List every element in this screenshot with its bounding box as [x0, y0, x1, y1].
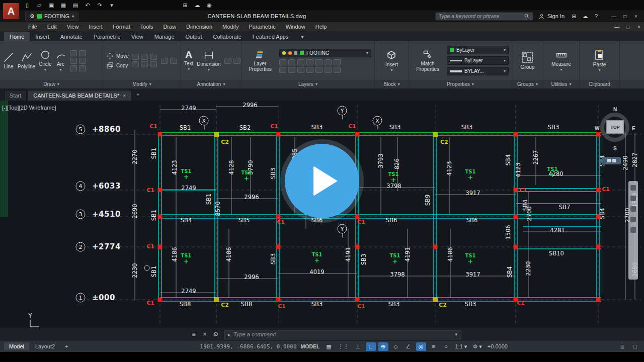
ribbon-mini-tool-icon[interactable]: [70, 50, 77, 56]
menu-help[interactable]: Help: [310, 23, 332, 31]
viewport-controls-label[interactable]: [-][Top][2D Wireframe]: [2, 105, 56, 111]
close-button[interactable]: ×: [634, 23, 644, 30]
file-tab[interactable]: Start: [4, 90, 27, 101]
viewcube-ucs-menu[interactable]: [602, 157, 621, 164]
status-workspace-switching-icon[interactable]: ⚙ ▾: [471, 342, 483, 351]
ribbon-mini-tool-icon[interactable]: [170, 58, 177, 64]
ribbon-tab-parametric[interactable]: Parametric: [88, 32, 126, 41]
ribbon-tab-insert[interactable]: Insert: [30, 32, 55, 41]
command-customization-icon[interactable]: ≡: [190, 331, 197, 338]
search-input[interactable]: [439, 13, 521, 19]
qat-undo-icon[interactable]: ↶: [84, 2, 92, 9]
viewcube[interactable]: TOP N S W E: [597, 107, 634, 153]
command-input-field[interactable]: [233, 331, 452, 337]
model-space-label[interactable]: MODEL: [301, 343, 320, 349]
panel-footer-utilities[interactable]: Utilities ▾: [543, 80, 579, 88]
layout-tab-layout2[interactable]: Layout2: [30, 342, 60, 350]
viewcube-north[interactable]: N: [613, 107, 617, 112]
ribbon-tab-featured-apps[interactable]: Featured Apps: [247, 32, 294, 41]
ribbon-mini-tool-icon[interactable]: [70, 65, 77, 71]
status-annotation-scale-icon[interactable]: 1:1 ▾: [454, 342, 469, 351]
status-object-snap-icon[interactable]: ◎: [416, 342, 426, 351]
panel-footer-layers[interactable]: Layers ▾: [242, 80, 374, 88]
linetype-dropdown[interactable]: ByLayer ▾: [447, 56, 509, 65]
insert-tool[interactable]: Insert ▾: [385, 49, 398, 72]
zoom-icon[interactable]: [630, 206, 636, 212]
status-customization-icon[interactable]: ≣: [617, 342, 627, 351]
ribbon-mini-tool-icon[interactable]: [288, 67, 295, 73]
status-lineweight-icon[interactable]: ≡: [429, 342, 439, 351]
sign-in-button[interactable]: Sign In: [538, 13, 565, 20]
ribbon-tab-annotate[interactable]: Annotate: [55, 32, 88, 41]
minimize-button[interactable]: —: [612, 23, 622, 30]
menu-file[interactable]: File: [23, 23, 42, 31]
ribbon-mini-tool-icon[interactable]: [297, 59, 304, 65]
ribbon-mini-tool-icon[interactable]: [306, 59, 313, 65]
arc-tool[interactable]: Arc ▾: [55, 49, 66, 72]
ribbon-tab-collaborate[interactable]: Collaborate: [208, 32, 247, 41]
ribbon-mini-tool-icon[interactable]: [79, 65, 86, 71]
layer-dropdown[interactable]: FOOTING ▾: [279, 49, 371, 57]
command-input[interactable]: ▸ ▾: [224, 330, 461, 339]
panel-footer-annotation[interactable]: Annotation ▾: [181, 80, 241, 88]
menu-draw[interactable]: Draw: [158, 23, 181, 31]
qat-save-icon[interactable]: ▣: [47, 2, 55, 9]
status-dynamic-input-icon[interactable]: +0.0000: [486, 342, 509, 351]
layout-tab-model[interactable]: Model: [4, 342, 29, 350]
maximize-button[interactable]: □: [623, 23, 633, 30]
ribbon-mini-tool-icon[interactable]: [334, 59, 341, 65]
status-snap-icon[interactable]: ⋮⋮: [337, 342, 351, 351]
menu-insert[interactable]: Insert: [84, 23, 108, 31]
orbit-icon[interactable]: [630, 217, 636, 222]
ribbon-mini-tool-icon[interactable]: [79, 58, 86, 64]
caret-down-icon[interactable]: ▾: [208, 68, 210, 72]
pan-icon[interactable]: [630, 196, 636, 201]
move-tool[interactable]: Move: [106, 52, 128, 60]
group-tool[interactable]: Group: [521, 51, 535, 70]
status-transparency-icon[interactable]: ○: [441, 342, 451, 351]
ribbon-tab-home[interactable]: Home: [4, 32, 30, 41]
panel-footer-modify[interactable]: Modify ▾: [103, 80, 181, 88]
qat-open-icon[interactable]: ▱: [35, 2, 43, 9]
menu-dimension[interactable]: Dimension: [181, 23, 217, 31]
ribbon-mini-tool-icon[interactable]: [325, 59, 332, 65]
caret-down-icon[interactable]: ▾: [188, 67, 190, 71]
qat-render-quality-icon[interactable]: ◉: [205, 2, 213, 9]
stay-connected-icon[interactable]: ☁: [581, 12, 590, 20]
status-osnap-tracking-icon[interactable]: ∠: [404, 342, 414, 351]
panel-footer-groups[interactable]: Groups ▾: [512, 80, 543, 88]
measure-tool[interactable]: Measure ▾: [551, 49, 571, 72]
paste-tool[interactable]: Paste ▾: [593, 49, 606, 72]
ribbon-mini-tool-icon[interactable]: [315, 59, 323, 65]
qat-share-view-icon[interactable]: ⊞: [181, 2, 189, 9]
close-button[interactable]: ×: [631, 12, 641, 20]
command-tools-icon[interactable]: ⚙: [212, 331, 219, 338]
help-icon[interactable]: ?: [592, 12, 601, 20]
object-color-dropdown[interactable]: ByLayer ▾: [447, 46, 509, 54]
viewcube-west[interactable]: W: [595, 126, 599, 131]
status-polar-tracking-icon[interactable]: ⊕: [378, 342, 388, 351]
command-history-caret-icon[interactable]: ▾: [455, 332, 457, 337]
maximize-button[interactable]: □: [620, 12, 630, 20]
close-tab-icon[interactable]: ×: [123, 93, 126, 99]
menu-edit[interactable]: Edit: [42, 23, 62, 31]
video-play-button[interactable]: [285, 144, 359, 218]
match-properties-button[interactable]: Match Properties: [412, 50, 443, 72]
ribbon-mini-tool-icon[interactable]: [297, 67, 304, 73]
panel-footer-clipboard[interactable]: Clipboard: [580, 80, 619, 88]
autocad-logo[interactable]: A: [3, 3, 19, 19]
ribbon-mini-tool-icon[interactable]: [288, 59, 295, 65]
ribbon-mini-tool-icon[interactable]: [70, 58, 77, 64]
ribbon-mini-tool-icon[interactable]: [224, 58, 231, 64]
ribbon-tab-view[interactable]: View: [126, 32, 149, 41]
qat-plot-icon[interactable]: ▤: [71, 2, 79, 9]
navigation-wheel-icon[interactable]: [630, 185, 636, 191]
new-layout-button[interactable]: +: [61, 342, 72, 350]
status-grid-icon[interactable]: ▦: [324, 342, 334, 351]
ribbon-display-toggle-icon[interactable]: ▾: [299, 33, 305, 41]
ribbon-mini-tool-icon[interactable]: [79, 50, 86, 56]
ribbon-mini-tool-icon[interactable]: [161, 58, 168, 64]
layer-properties-button[interactable]: Layer Properties: [245, 50, 276, 72]
copy-tool[interactable]: Copy: [106, 62, 128, 69]
ribbon-mini-tool-icon[interactable]: [325, 67, 332, 73]
